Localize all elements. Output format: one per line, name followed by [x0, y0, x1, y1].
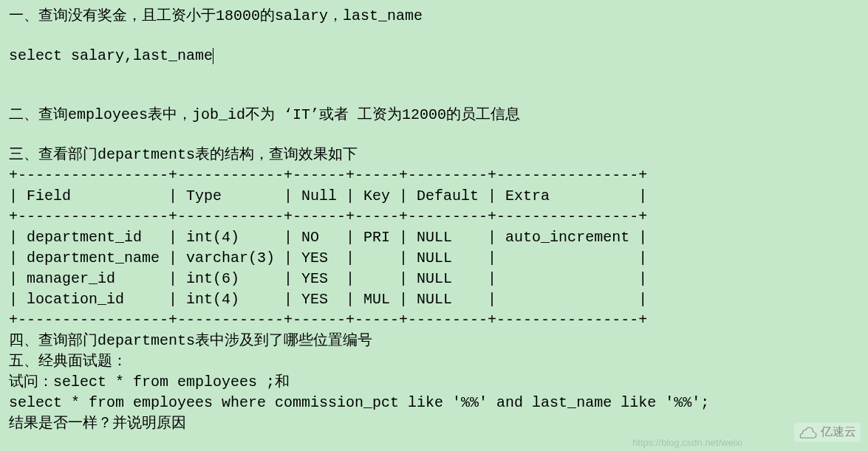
table-row: | department_id | int(4) | NO | PRI | NU…	[9, 227, 859, 248]
text-cursor-icon	[213, 48, 213, 64]
table-header: | Field | Type | Null | Key | Default | …	[9, 186, 859, 207]
table-row: | department_name | varchar(3) | YES | |…	[9, 248, 859, 269]
question-5-title: 五、经典面试题：	[9, 351, 859, 372]
question-1-title: 一、查询没有奖金，且工资小于18000的salary，last_name	[9, 6, 859, 27]
watermark-text: 亿速云	[821, 424, 856, 441]
question-5-line1: 试问：select * from employees ;和	[9, 372, 859, 393]
cloud-icon	[799, 426, 818, 439]
question-1-sql: select salary,last_name	[9, 46, 859, 66]
table-border-bottom: +-----------------+------------+------+-…	[9, 310, 859, 331]
question-5-line2: select * from employees where commission…	[9, 393, 859, 413]
table-border-top: +-----------------+------------+------+-…	[9, 165, 859, 186]
watermark-logo: 亿速云	[794, 423, 861, 442]
question-2-title: 二、查询employees表中，job_id不为 ‘IT’或者 工资为12000…	[9, 105, 859, 125]
question-4-title: 四、查询部门departments表中涉及到了哪些位置编号	[9, 331, 859, 351]
watermark-url: https://blog.csdn.net/weixi	[632, 436, 742, 450]
table-border-mid: +-----------------+------------+------+-…	[9, 207, 859, 227]
question-5-line3: 结果是否一样？并说明原因	[9, 413, 859, 434]
table-row: | manager_id | int(6) | YES | | NULL | |	[9, 269, 859, 289]
table-row: | location_id | int(4) | YES | MUL | NUL…	[9, 289, 859, 310]
question-3-title: 三、查看部门departments表的结构，查询效果如下	[9, 145, 859, 165]
sql-text: select salary,last_name	[9, 47, 213, 64]
